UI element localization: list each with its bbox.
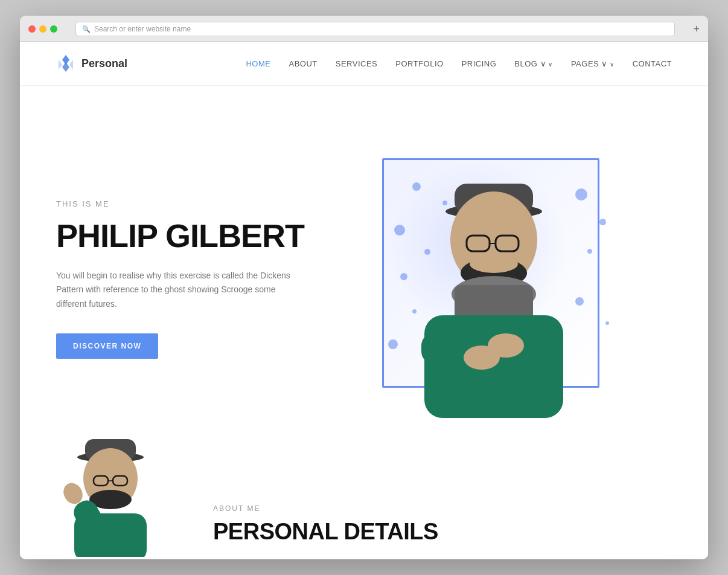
browser-content: Personal HOME ABOUT SERVICES PORTFOLIO (20, 42, 708, 559)
about-preview-section: ABOUT ME PERSONAL DETAILS (20, 460, 708, 557)
hero-image-area (346, 128, 672, 430)
svg-point-18 (488, 333, 524, 358)
nav-item-blog[interactable]: BLOG ∨ (514, 58, 553, 69)
nav-link-services[interactable]: SERVICES (336, 59, 378, 68)
svg-point-11 (470, 255, 518, 273)
about-person-small-image (56, 424, 165, 557)
nav-item-contact[interactable]: CONTACT (633, 58, 672, 69)
hero-person-image (376, 140, 605, 418)
nav-item-services[interactable]: SERVICES (336, 58, 378, 69)
dot-13 (605, 321, 609, 325)
minimize-button[interactable] (39, 25, 46, 33)
about-title: PERSONAL DETAILS (213, 519, 438, 545)
website: Personal HOME ABOUT SERVICES PORTFOLIO (20, 42, 708, 559)
nav-link-pricing[interactable]: PRICING (462, 59, 497, 68)
hero-section: THIS IS ME PHILIP GILBERT You will begin… (20, 86, 708, 460)
nav-item-pages[interactable]: PAGES ∨ (571, 58, 615, 69)
address-text: Search or enter website name (94, 25, 191, 33)
maximize-button[interactable] (50, 25, 57, 33)
svg-marker-3 (69, 60, 73, 69)
navbar: Personal HOME ABOUT SERVICES PORTFOLIO (20, 42, 708, 86)
nav-link-blog[interactable]: BLOG ∨ (514, 59, 553, 68)
hero-title: PHILIP GILBERT (56, 218, 346, 254)
nav-link-about[interactable]: ABOUT (289, 59, 317, 68)
close-button[interactable] (28, 25, 36, 33)
nav-item-about[interactable]: ABOUT (289, 58, 317, 69)
nav-link-home[interactable]: HOME (246, 59, 270, 68)
new-tab-button[interactable]: + (693, 24, 700, 34)
svg-rect-14 (424, 315, 563, 418)
hero-description: You will begin to realise why this exerc… (56, 269, 298, 312)
traffic-lights (28, 25, 57, 33)
hero-subtitle: THIS IS ME (56, 199, 346, 208)
nav-item-home[interactable]: HOME (246, 58, 270, 69)
nav-link-pages[interactable]: PAGES ∨ (571, 59, 615, 68)
about-label: ABOUT ME (213, 504, 438, 513)
logo: Personal (56, 54, 127, 73)
nav-item-pricing[interactable]: PRICING (462, 58, 497, 69)
logo-text: Personal (81, 57, 127, 70)
browser-window: 🔍 Search or enter website name + Persona… (20, 16, 708, 559)
about-text-preview: ABOUT ME PERSONAL DETAILS (165, 504, 438, 557)
nav-link-contact[interactable]: CONTACT (633, 59, 672, 68)
logo-icon (56, 54, 75, 73)
nav-link-portfolio[interactable]: PORTFOLIO (395, 59, 443, 68)
about-person-preview (56, 460, 165, 557)
nav-links: HOME ABOUT SERVICES PORTFOLIO PRICING (246, 58, 672, 69)
hero-text: THIS IS ME PHILIP GILBERT You will begin… (56, 199, 346, 359)
nav-item-portfolio[interactable]: PORTFOLIO (395, 58, 443, 69)
search-icon: 🔍 (82, 25, 91, 33)
browser-chrome: 🔍 Search or enter website name + (20, 16, 708, 42)
discover-now-button[interactable]: DISCOVER NOW (56, 333, 158, 359)
address-bar[interactable]: 🔍 Search or enter website name (75, 22, 675, 36)
svg-marker-2 (59, 60, 62, 69)
svg-marker-1 (62, 62, 69, 72)
